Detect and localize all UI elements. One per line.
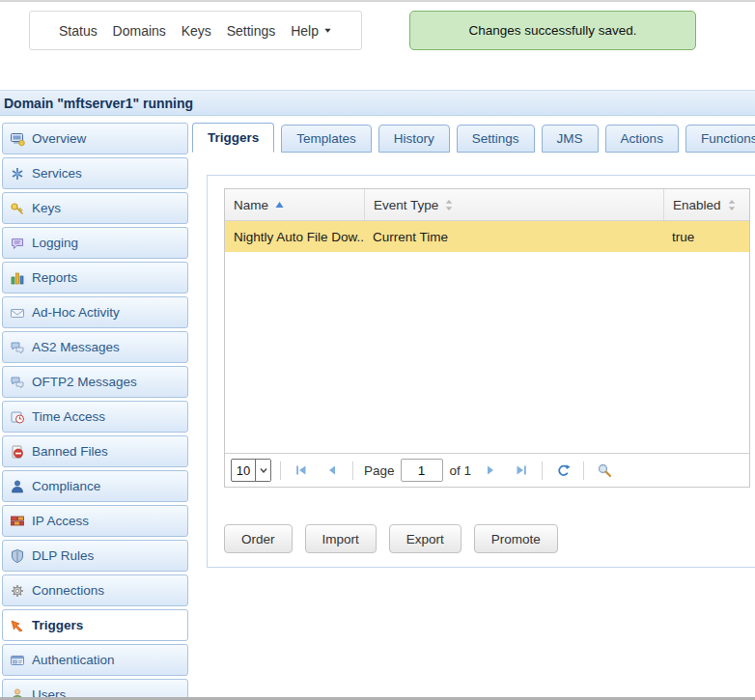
sidebar-item-label: Banned Files [32,444,108,459]
banned-files-icon [10,444,25,460]
tab-label: Functions [701,131,755,146]
success-alert-text: Changes successfully saved. [468,23,636,38]
cell-event-type: Current Time [364,221,663,252]
order-button[interactable]: Order [224,524,293,553]
menu-item-domains[interactable]: Domains [113,23,166,39]
grid-toolbar: Order Import Export Promote [224,524,558,553]
column-header-enabled[interactable]: Enabled [663,189,749,220]
page-size-select[interactable]: 10 [231,459,271,482]
overview-icon [10,131,25,147]
import-button[interactable]: Import [305,524,377,553]
menu-item-label: Keys [182,23,211,39]
table-row[interactable]: Nightly Auto File Dow... Current Time tr… [225,221,749,252]
sidebar-item-authentication[interactable]: Authentication [2,644,188,676]
column-header-name[interactable]: Name [225,189,364,220]
menu-item-status[interactable]: Status [59,23,98,39]
sidebar-item-adhoc-activity[interactable]: Ad-Hoc Activity [2,296,188,328]
next-page-icon [484,463,497,477]
sidebar-item-as2-messages[interactable]: AS2 Messages [2,331,188,363]
sidebar-item-connections[interactable]: Connections [2,574,188,606]
sidebar-item-label: Compliance [32,479,100,493]
tab-label: Settings [472,131,519,146]
tab-jms[interactable]: JMS [542,125,599,153]
sidebar-item-dlp-rules[interactable]: DLP Rules [2,540,188,572]
sidebar-item-label: OFTP2 Messages [32,375,137,389]
sort-both-icon [444,199,454,211]
last-page-icon [515,463,528,477]
keys-icon [10,201,25,216]
tab-templates[interactable]: Templates [281,125,372,153]
tab-actions[interactable]: Actions [605,125,679,153]
sidebar-item-label: Reports [32,270,77,285]
next-page-button[interactable] [479,459,502,482]
tab-label: JMS [557,131,583,146]
menu-item-help[interactable]: Help [291,23,332,39]
triggers-icon [10,618,25,633]
sidebar-item-triggers[interactable]: Triggers [2,609,188,641]
divider [352,462,353,480]
domain-status-bar: Domain "mftserver1" running [0,90,755,116]
column-header-label: Event Type [374,198,438,212]
menu-item-settings[interactable]: Settings [227,23,276,39]
page-number-input[interactable] [401,459,443,482]
chevron-down-icon [255,460,270,481]
tab-triggers[interactable]: Triggers [192,123,274,153]
dlp-rules-icon [10,548,25,564]
tab-functions[interactable]: Functions [685,125,755,153]
divider [583,462,584,480]
tab-settings[interactable]: Settings [457,125,535,153]
sidebar-item-services[interactable]: Services [2,157,188,189]
sidebar-item-overview[interactable]: Overview [2,123,188,154]
time-access-icon [10,409,25,425]
sidebar-item-label: Authentication [32,653,115,667]
sidebar-item-oftp2-messages[interactable]: OFTP2 Messages [2,366,188,398]
page-count-label: of 1 [450,463,472,478]
sidebar-item-label: Time Access [32,409,105,424]
triggers-grid: Name Event Type Enabled Nightly Auto Fil… [224,188,750,488]
tab-label: Templates [296,131,356,146]
sidebar-item-logging[interactable]: Logging [2,227,188,259]
menu-item-keys[interactable]: Keys [182,23,211,39]
refresh-icon [556,463,571,478]
first-page-button[interactable] [290,459,313,482]
first-page-icon [294,463,308,477]
tab-bar: Triggers Templates History Settings JMS … [192,123,755,153]
top-menu-bar: Status Domains Keys Settings Help [29,11,362,50]
sidebar-item-label: Keys [32,201,61,215]
sidebar-item-time-access[interactable]: Time Access [2,401,188,433]
column-header-event-type[interactable]: Event Type [364,189,663,220]
refresh-button[interactable] [551,459,574,482]
promote-button[interactable]: Promote [474,524,558,553]
sidebar-item-reports[interactable]: Reports [2,262,188,294]
success-alert: Changes successfully saved. [409,11,696,50]
sidebar-item-label: DLP Rules [32,548,94,563]
pagination-bar: 10 Page of 1 [225,453,749,487]
compliance-icon [10,479,25,494]
tab-label: Actions [621,131,663,146]
prev-page-button[interactable] [321,459,344,482]
menu-item-label: Settings [227,23,276,39]
search-button[interactable] [593,459,616,482]
menu-item-label: Status [59,23,98,39]
sidebar-item-compliance[interactable]: Compliance [2,470,188,502]
menu-item-label: Domains [113,23,166,39]
caret-down-icon [323,26,332,35]
page-label: Page [364,463,395,478]
connections-icon [10,583,25,599]
services-icon [10,166,25,182]
sidebar-item-banned-files[interactable]: Banned Files [2,435,188,467]
prev-page-icon [325,463,339,477]
column-header-label: Name [234,198,268,212]
cell-name: Nightly Auto File Dow... [225,221,364,252]
search-icon [597,462,612,478]
sidebar-item-keys[interactable]: Keys [2,192,188,224]
tab-history[interactable]: History [378,125,450,153]
export-button[interactable]: Export [389,524,461,553]
sidebar-item-ip-access[interactable]: IP Access [2,505,188,537]
menu-item-label: Help [291,23,319,39]
sidebar-item-label: Connections [32,583,104,598]
sort-both-icon [727,199,737,211]
last-page-button[interactable] [510,459,533,482]
sidebar-item-label: Services [32,166,82,181]
logging-icon [10,236,25,251]
